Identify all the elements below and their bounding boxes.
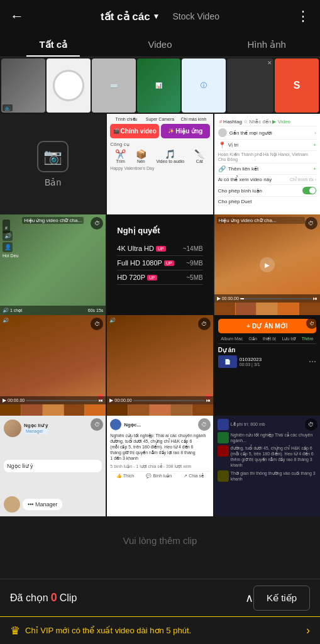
title-dropdown-arrow[interactable]: ▼ [153, 12, 160, 21]
clock-icon-6: ⏱ [306, 318, 317, 329]
new-project-button[interactable]: + DỰ ÁN MỚI [218, 319, 316, 333]
crown-icon: ♛ [10, 624, 20, 638]
banner-thumb-shopee[interactable]: S [275, 58, 319, 113]
social-stats: 5 bình luận - 1 lượt chia sẻ - 398 lượt … [110, 464, 209, 469]
food-video-cell-1[interactable]: Hiệu ứng video chữ cha... ⏱ ▶ 00:00.00 ⏭ [214, 214, 320, 315]
food-video-cell-3[interactable]: ⏱ ▶ 00:00.00 ⏭ 🔊 [107, 315, 212, 416]
header-title-text: tất cả các [101, 10, 150, 23]
back-button[interactable]: ← [10, 8, 24, 25]
draft-icon: 📷 [37, 141, 69, 172]
settings-row-location: 📍 Vị trí + [218, 140, 316, 151]
map-bg [0, 214, 106, 315]
selected-count: 0 [51, 591, 57, 604]
editor-action-buttons: 🎬 Chính video ✨ Hiệu ứng [110, 124, 209, 138]
bottom-bar: Đã chọn 0 Clip ∧ Kế tiếp ♛ Chỉ VIP mới c… [0, 579, 320, 644]
draft-label: Bản [45, 177, 61, 187]
draft-cell[interactable]: 📷 Bản [0, 114, 106, 214]
tiktok-editor-cell[interactable]: Trình chiếu Super Camera Chi más kính 🎬 … [107, 114, 212, 214]
settings-row-who: Ai có thể xem video này Chỉ mình tôi › [218, 175, 316, 185]
clock-icon-9: ⏱ [305, 418, 317, 431]
hieu-ung-button[interactable]: ✨ Hiệu ứng [161, 124, 210, 138]
banner-thumb-6[interactable]: ✕ [227, 58, 273, 113]
manager-label: ••• Manager [23, 499, 62, 510]
media-grid-row5: ⏱ Ngọc liư ý Manager Ngọc liư ý ••• Mana… [0, 416, 320, 516]
clock-icon-8: ⏱ [198, 418, 211, 431]
stock-video-label: Stock Video [173, 11, 219, 21]
comment-button[interactable]: 💬 Bình luận [146, 474, 172, 479]
settings-row-nearby: # Hashtag ☆ Nhắc đến ▶ Video [218, 118, 316, 126]
res-4k[interactable]: 4K Ultra HD UP ~14MB [117, 242, 202, 256]
tools-row: ✂️ Trím 📦 Nén 🎵 Video to audio 🔪 Cát [110, 149, 209, 164]
tab-bar: Tất cả Video Hình ảnh [0, 33, 320, 57]
clock-icon-5: ⏱ [198, 318, 211, 330]
settings-row-comment: Cho phép bình luận [218, 185, 316, 197]
vip-text: Chỉ VIP mới có thể xuất video dài hơn 5 … [25, 626, 306, 635]
clock-icon-3: ⏱ [305, 217, 317, 230]
like-button[interactable]: 👍 Thích [116, 474, 134, 479]
project-section-label: Dự án [218, 347, 316, 353]
banner-thumb-3[interactable]: ⌨️ [92, 58, 136, 113]
settings-row-people: Gần thế mọi người › [218, 126, 316, 140]
res-720p[interactable]: HD 720P UP ~5MB [117, 270, 202, 285]
settings-panel-cell[interactable]: # Hashtag ☆ Nhắc đến ▶ Video Gần thế mọi… [214, 114, 320, 214]
settings-row-duet: Cho phép Duet [218, 197, 316, 206]
banner-thumb-5[interactable]: ⓘ [182, 58, 226, 113]
vip-banner[interactable]: ♛ Chỉ VIP mới có thể xuất video dài hơn … [0, 616, 320, 644]
manager-cell[interactable]: ⏱ Ngọc liư ý Manager Ngọc liư ý ••• Mana… [0, 416, 106, 516]
settings-location-detail: Hoàn Kiếm Thành phố Hà Nội Hanoi, Vietna… [218, 151, 316, 164]
share-button[interactable]: ↗ Chia sẻ [184, 474, 204, 479]
social-user-row: Ngọc... [110, 419, 209, 430]
tools-label: Công cụ [110, 142, 209, 147]
project-item[interactable]: 📄 01032023 00:03 | 3/1 ⋯ [218, 355, 316, 368]
editor-tab-bar: Trình chiếu Super Camera Chi más kính [110, 117, 209, 122]
social-post-cell[interactable]: ⏱ Ngọc... Nghiên cứu tốt nghiệp: Thái ai… [107, 416, 212, 516]
tab-video[interactable]: Video [107, 33, 214, 57]
next-button[interactable]: Kế tiếp [253, 586, 310, 611]
banner-thumb-1[interactable]: 📺 [1, 58, 45, 113]
selection-info: Đã chọn 0 Clip [10, 591, 245, 604]
resolution-picker-cell[interactable]: Nghị quyết 4K Ultra HD UP ~14MB Full HD … [107, 214, 212, 315]
header: ← tất cả các ▼ Stock Video ⋮ [0, 0, 320, 33]
video-detail-cell[interactable]: ⏱ Lễ phí trì: 800 mb Nghiên cứu tốt nghi… [214, 416, 320, 516]
cut-tool[interactable]: 🔪 Cát [194, 149, 205, 164]
media-grid-row3: ⏱ 🔊 1 chọt 60s 15s # 🔊 👤 Hoi Deu Hiệu ứn… [0, 214, 320, 315]
comment-toggle[interactable] [302, 187, 316, 194]
media-grid-row2: 📷 Bản Trình chiếu Super Camera Chi más k… [0, 114, 320, 214]
more-options-button[interactable]: ⋮ [296, 8, 310, 25]
res-1080p[interactable]: Full HD 1080P UP ~9MB [117, 256, 202, 270]
video-bottom-bar: 🔊 1 chọt 60s 15s [0, 306, 106, 315]
empty-area: Vui lòng thêm clip [0, 516, 320, 567]
manager-bottom-row: ••• Manager [4, 496, 102, 513]
new-project-cell[interactable]: ⏱ + DỰ ÁN MỚI Album Mac Gần thiết bị Lưu… [214, 315, 320, 416]
tab-image[interactable]: Hình ảnh [213, 33, 320, 57]
banner-thumb-2[interactable] [47, 58, 91, 113]
banner-strip: 📺 ⌨️ 📊 ⓘ ✕ S [0, 57, 320, 114]
compress-tool[interactable]: 📦 Nén [136, 149, 146, 164]
settings-row-link: 🔗 Thêm liên kết + [218, 164, 316, 175]
trim-tool[interactable]: ✂️ Trím [115, 149, 126, 164]
media-grid-row4: ⏱ ▶ 00:00.00 ⏭ 🔊 ⏱ [0, 315, 320, 416]
manager-avatar [4, 419, 21, 437]
social-actions-row: 👍 Thích 💬 Bình luận ↗ Chia sẻ [110, 471, 209, 479]
selected-suffix: Clip [60, 592, 77, 604]
resolution-title: Nghị quyết [117, 226, 202, 235]
empty-notice: Vui lòng thêm clip [10, 535, 310, 546]
expand-button[interactable]: ∧ [245, 591, 253, 605]
selection-bar: Đã chọn 0 Clip ∧ Kế tiếp [0, 579, 320, 616]
food-video-cell-2[interactable]: ⏱ ▶ 00:00.00 ⏭ 🔊 [0, 315, 106, 416]
manager-chat-bubble: Ngọc liư ý [4, 460, 102, 472]
manager-profile: Ngọc liư ý Manager [4, 419, 102, 437]
valentine-date: Happy Valentine's Day [110, 166, 209, 170]
chinh-video-button[interactable]: 🎬 Chính video [110, 124, 159, 138]
vip-arrow: › [306, 624, 310, 637]
social-post-content: Nghiên cứu tốt nghiệp: Thái ai các chuyê… [110, 433, 209, 461]
banner-thumb-4[interactable]: 📊 [137, 58, 181, 113]
audio-tool[interactable]: 🎵 Video to audio [157, 149, 185, 164]
map-video-cell[interactable]: ⏱ 🔊 1 chọt 60s 15s # 🔊 👤 Hoi Deu Hiệu ứn… [0, 214, 106, 315]
selected-prefix: Đã chọn [10, 592, 48, 604]
header-title-group: tất cả các ▼ Stock Video [101, 10, 219, 23]
tab-all[interactable]: Tất cả [0, 33, 107, 57]
project-nav: Album Mac Gần thiết bị Lưu trữ Thêm [218, 336, 316, 344]
